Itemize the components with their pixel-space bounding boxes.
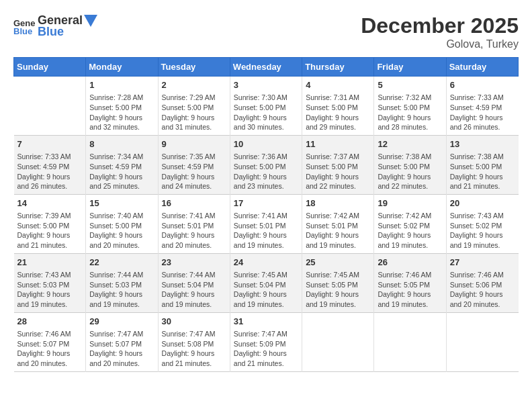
weekday-header-monday: Monday [86, 58, 158, 77]
calendar-cell: 19Sunrise: 7:42 AM Sunset: 5:02 PM Dayli… [374, 194, 446, 253]
day-number: 14 [17, 197, 83, 210]
day-number: 7 [17, 138, 83, 150]
day-number: 27 [450, 257, 515, 269]
day-number: 15 [89, 197, 154, 210]
day-number: 17 [234, 197, 298, 210]
calendar-cell: 24Sunrise: 7:45 AM Sunset: 5:04 PM Dayli… [230, 253, 302, 312]
calendar-cell: 11Sunrise: 7:37 AM Sunset: 5:00 PM Dayli… [302, 135, 374, 194]
day-info: Sunrise: 7:35 AM Sunset: 4:59 PM Dayligh… [162, 152, 226, 191]
day-number: 29 [89, 316, 154, 328]
day-info: Sunrise: 7:38 AM Sunset: 5:00 PM Dayligh… [378, 152, 442, 191]
calendar-cell: 15Sunrise: 7:40 AM Sunset: 5:00 PM Dayli… [86, 194, 158, 253]
calendar-table: SundayMondayTuesdayWednesdayThursdayFrid… [13, 57, 519, 372]
day-info: Sunrise: 7:29 AM Sunset: 5:00 PM Dayligh… [162, 93, 226, 132]
day-info: Sunrise: 7:46 AM Sunset: 5:06 PM Dayligh… [450, 270, 515, 310]
day-info: Sunrise: 7:41 AM Sunset: 5:01 PM Dayligh… [234, 211, 298, 250]
day-number: 11 [306, 138, 370, 150]
day-number: 1 [89, 79, 154, 91]
svg-text:Blue: Blue [13, 26, 32, 36]
logo: General Blue General Blue [13, 13, 97, 39]
day-number: 21 [17, 257, 83, 269]
day-number: 9 [162, 138, 226, 150]
calendar-cell: 25Sunrise: 7:45 AM Sunset: 5:05 PM Dayli… [302, 253, 374, 312]
day-info: Sunrise: 7:42 AM Sunset: 5:01 PM Dayligh… [306, 211, 370, 250]
svg-marker-3 [84, 15, 97, 27]
day-number: 13 [450, 138, 515, 150]
logo-arrow-icon [84, 15, 97, 27]
day-number: 31 [234, 316, 298, 328]
calendar-cell: 16Sunrise: 7:41 AM Sunset: 5:01 PM Dayli… [158, 194, 230, 253]
calendar-cell: 1Sunrise: 7:28 AM Sunset: 5:00 PM Daylig… [86, 77, 158, 136]
day-number: 25 [306, 257, 370, 269]
weekday-header-tuesday: Tuesday [158, 58, 230, 77]
day-info: Sunrise: 7:41 AM Sunset: 5:01 PM Dayligh… [162, 211, 226, 250]
calendar-cell: 17Sunrise: 7:41 AM Sunset: 5:01 PM Dayli… [230, 194, 302, 253]
calendar-cell [302, 312, 374, 371]
day-info: Sunrise: 7:46 AM Sunset: 5:05 PM Dayligh… [378, 270, 442, 310]
calendar-cell: 6Sunrise: 7:33 AM Sunset: 4:59 PM Daylig… [446, 77, 518, 136]
day-number: 2 [162, 79, 226, 91]
day-number: 4 [306, 79, 370, 91]
calendar-cell: 10Sunrise: 7:36 AM Sunset: 5:00 PM Dayli… [230, 135, 302, 194]
week-row-3: 14Sunrise: 7:39 AM Sunset: 5:00 PM Dayli… [14, 194, 519, 253]
day-number: 22 [89, 257, 154, 269]
calendar-cell: 26Sunrise: 7:46 AM Sunset: 5:05 PM Dayli… [374, 253, 446, 312]
day-info: Sunrise: 7:32 AM Sunset: 5:00 PM Dayligh… [378, 93, 442, 132]
calendar-cell: 30Sunrise: 7:47 AM Sunset: 5:08 PM Dayli… [158, 312, 230, 371]
calendar-cell: 23Sunrise: 7:44 AM Sunset: 5:04 PM Dayli… [158, 253, 230, 312]
day-info: Sunrise: 7:30 AM Sunset: 5:00 PM Dayligh… [234, 93, 298, 132]
weekday-header-saturday: Saturday [446, 58, 518, 77]
week-row-1: 1Sunrise: 7:28 AM Sunset: 5:00 PM Daylig… [14, 77, 519, 136]
calendar-cell: 3Sunrise: 7:30 AM Sunset: 5:00 PM Daylig… [230, 77, 302, 136]
day-number: 19 [378, 197, 442, 210]
calendar-cell: 18Sunrise: 7:42 AM Sunset: 5:01 PM Dayli… [302, 194, 374, 253]
weekday-header-friday: Friday [374, 58, 446, 77]
day-info: Sunrise: 7:34 AM Sunset: 4:59 PM Dayligh… [89, 152, 154, 191]
day-info: Sunrise: 7:37 AM Sunset: 5:00 PM Dayligh… [306, 152, 370, 191]
calendar-cell: 31Sunrise: 7:47 AM Sunset: 5:09 PM Dayli… [230, 312, 302, 371]
day-info: Sunrise: 7:47 AM Sunset: 5:07 PM Dayligh… [89, 329, 154, 369]
day-number: 3 [234, 79, 298, 91]
day-info: Sunrise: 7:47 AM Sunset: 5:09 PM Dayligh… [234, 329, 298, 369]
weekday-header-thursday: Thursday [302, 58, 374, 77]
day-number: 18 [306, 197, 370, 210]
day-info: Sunrise: 7:38 AM Sunset: 5:00 PM Dayligh… [450, 152, 515, 191]
day-info: Sunrise: 7:47 AM Sunset: 5:08 PM Dayligh… [162, 329, 226, 369]
calendar-cell [446, 312, 518, 371]
calendar-cell [374, 312, 446, 371]
calendar-cell [14, 77, 86, 136]
calendar-cell: 29Sunrise: 7:47 AM Sunset: 5:07 PM Dayli… [86, 312, 158, 371]
day-number: 20 [450, 197, 515, 210]
day-number: 5 [378, 79, 442, 91]
title-area: December 2025 Golova, Turkey [361, 13, 519, 50]
day-info: Sunrise: 7:43 AM Sunset: 5:03 PM Dayligh… [17, 270, 83, 310]
page-header: General Blue General Blue December 2025 … [13, 13, 519, 50]
day-number: 23 [162, 257, 226, 269]
weekday-header-wednesday: Wednesday [230, 58, 302, 77]
month-title: December 2025 [361, 13, 519, 38]
logo-icon: General Blue [13, 17, 35, 36]
day-number: 30 [162, 316, 226, 328]
day-number: 8 [89, 138, 154, 150]
day-info: Sunrise: 7:44 AM Sunset: 5:03 PM Dayligh… [89, 270, 154, 310]
day-info: Sunrise: 7:39 AM Sunset: 5:00 PM Dayligh… [17, 211, 83, 250]
day-info: Sunrise: 7:31 AM Sunset: 5:00 PM Dayligh… [306, 93, 370, 132]
day-info: Sunrise: 7:28 AM Sunset: 5:00 PM Dayligh… [89, 93, 154, 132]
week-row-5: 28Sunrise: 7:46 AM Sunset: 5:07 PM Dayli… [14, 312, 519, 371]
day-info: Sunrise: 7:46 AM Sunset: 5:07 PM Dayligh… [17, 329, 83, 369]
calendar-cell: 4Sunrise: 7:31 AM Sunset: 5:00 PM Daylig… [302, 77, 374, 136]
week-row-2: 7Sunrise: 7:33 AM Sunset: 4:59 PM Daylig… [14, 135, 519, 194]
day-number: 10 [234, 138, 298, 150]
day-info: Sunrise: 7:33 AM Sunset: 4:59 PM Dayligh… [17, 152, 83, 191]
day-number: 16 [162, 197, 226, 210]
calendar-cell: 9Sunrise: 7:35 AM Sunset: 4:59 PM Daylig… [158, 135, 230, 194]
calendar-cell: 28Sunrise: 7:46 AM Sunset: 5:07 PM Dayli… [14, 312, 86, 371]
weekday-header-sunday: Sunday [14, 58, 86, 77]
day-info: Sunrise: 7:36 AM Sunset: 5:00 PM Dayligh… [234, 152, 298, 191]
weekday-header-row: SundayMondayTuesdayWednesdayThursdayFrid… [14, 58, 519, 77]
calendar-cell: 7Sunrise: 7:33 AM Sunset: 4:59 PM Daylig… [14, 135, 86, 194]
week-row-4: 21Sunrise: 7:43 AM Sunset: 5:03 PM Dayli… [14, 253, 519, 312]
day-number: 28 [17, 316, 83, 328]
calendar-cell: 14Sunrise: 7:39 AM Sunset: 5:00 PM Dayli… [14, 194, 86, 253]
calendar-cell: 21Sunrise: 7:43 AM Sunset: 5:03 PM Dayli… [14, 253, 86, 312]
